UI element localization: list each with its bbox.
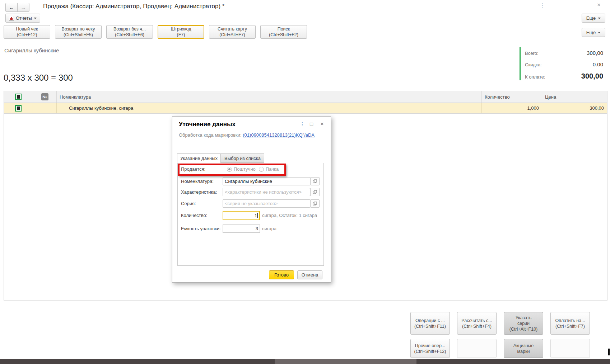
button-label: серии [517, 321, 530, 326]
search-button[interactable]: Поиск (Ctrl+Shift+F2) [260, 25, 307, 39]
button-shortcut: (Ctrl+Shift+F4) [462, 323, 492, 329]
annotation-red-box [178, 164, 286, 176]
button-label: Рассчитать с... [461, 318, 492, 323]
button-label: Акцизные [513, 343, 534, 349]
chevron-down-icon [34, 18, 37, 19]
table-row[interactable]: Сигариллы кубинские, сигара 1,000 300,00 [4, 103, 607, 114]
operations-with-button[interactable]: Операции с ... (Ctrl+Shift+F11) [410, 312, 450, 335]
row-number-cell [33, 103, 57, 113]
due-value: 300,00 [581, 72, 603, 80]
taskbar-segment [275, 359, 416, 364]
row-marking-cell [4, 103, 33, 113]
back-button[interactable]: ← [5, 3, 18, 12]
barcode-button[interactable]: Штрихкод (F7) [158, 25, 204, 39]
window-close-icon[interactable]: × [597, 1, 601, 9]
total-value: 300,00 [587, 50, 603, 56]
pack-capacity-field[interactable]: 3 [223, 224, 260, 233]
characteristic-picker-button[interactable] [310, 188, 320, 196]
quantity-units-hint: сигара, Остаток: 1 сигара [262, 213, 317, 218]
button-shortcut: (Ctrl+Shift+F11) [414, 323, 446, 329]
reports-button-label: Отчеты [16, 15, 32, 21]
price-column-header[interactable]: Цена [542, 91, 607, 103]
tab-choose-from-list[interactable]: Выбор из списка [221, 153, 264, 163]
dialog-more-icon[interactable]: ⋮ [300, 121, 305, 127]
row-nomenclature-cell: Сигариллы кубинские, сигара [57, 103, 482, 113]
nomenclature-picker-button[interactable] [310, 177, 320, 185]
reports-icon [9, 16, 14, 21]
other-operations-button[interactable]: Прочие опер... (Ctrl+Shift+F12) [410, 339, 450, 358]
quantity-column-header[interactable]: Количество [482, 91, 542, 103]
button-label: марки [517, 349, 530, 354]
return-by-receipt-button[interactable]: Возврат по чеку (Ctrl+Shift+F5) [55, 25, 102, 39]
excise-stamps-button[interactable]: Акцизные марки [504, 339, 543, 358]
button-label: Операции с ... [415, 318, 445, 323]
forward-button[interactable]: → [17, 3, 29, 12]
button-label: Указать [516, 315, 532, 321]
return-without-receipt-button[interactable]: Возврат без ч... (Ctrl+Shift+F6) [106, 25, 153, 39]
row-price-cell: 300,00 [542, 103, 607, 113]
window-more-icon[interactable]: ⋮ [540, 2, 545, 9]
marking-code-link[interactable]: (01)09008541328813(21)KQ"/aDA [243, 132, 315, 138]
nomenclature-label: Номенклатура: [181, 179, 214, 184]
button-shortcut: (Ctrl+Shift+F2) [269, 32, 298, 38]
due-label: К оплате: [525, 74, 545, 80]
new-receipt-button[interactable]: Новый чек (Ctrl+F12) [4, 25, 50, 39]
data-clarification-dialog: Уточнение данных ⋮ □ × Обработка кода ма… [172, 116, 331, 283]
pos-sale-window: ← → Продажа (Кассир: Администратор, Прод… [0, 0, 610, 364]
cancel-button[interactable]: Отмена [297, 270, 322, 279]
more-button-top[interactable]: Еще [582, 14, 605, 23]
calculate-button[interactable]: Рассчитать с... (Ctrl+Shift+F4) [457, 312, 497, 335]
quantity-value: 1 [255, 213, 257, 218]
button-label: Прочие опер... [415, 343, 446, 349]
number-badge: № [41, 93, 48, 100]
button-shortcut: (Ctrl+Shift+F5) [64, 32, 93, 38]
chevron-down-icon [598, 32, 601, 33]
open-icon [313, 202, 317, 206]
reports-button[interactable]: Отчеты [5, 14, 40, 23]
read-card-button[interactable]: Считать карту (Ctrl+Alt+F7) [209, 25, 256, 39]
dialog-title: Уточнение данных [179, 121, 236, 128]
button-label: Возврат по чеку [62, 26, 95, 32]
pay-button[interactable]: Оплатить на... (Ctrl+Shift+F7) [550, 312, 590, 335]
discount-value: 0.00 [593, 61, 603, 67]
nomenclature-field[interactable] [223, 177, 310, 185]
button-label: Возврат без ч... [113, 26, 146, 32]
characteristic-field[interactable] [223, 188, 310, 196]
discount-label: Скидка: [525, 62, 542, 67]
more-button-toolbar[interactable]: Еще [582, 28, 605, 37]
button-label: Штрихкод [171, 26, 191, 32]
number-column-header[interactable]: № [33, 91, 57, 103]
done-button[interactable]: Готово [269, 270, 294, 279]
history-nav: ← → [5, 3, 29, 12]
specify-series-button[interactable]: Указать серии (Ctrl+Alt+F10) [504, 312, 543, 335]
button-shortcut: (F7) [177, 32, 185, 38]
pack-capacity-value: 3 [256, 226, 258, 231]
nomenclature-column-header[interactable]: Номенклатура [57, 91, 482, 103]
text-cursor [257, 213, 258, 218]
screen-artifact [608, 349, 610, 355]
dialog-maximize-icon[interactable]: □ [310, 121, 313, 127]
totals-panel: Всего: 300,00 Скидка: 0.00 К оплате: 300… [520, 47, 603, 80]
button-shortcut: (Ctrl+Alt+F10) [509, 326, 538, 332]
quantity-field[interactable]: 1 [223, 211, 260, 220]
marking-icon [15, 94, 22, 100]
open-icon [313, 179, 317, 184]
button-shortcut: (Ctrl+F12) [17, 32, 37, 38]
characteristic-label: Характеристика: [181, 189, 217, 195]
dialog-close-icon[interactable]: × [320, 120, 324, 128]
series-picker-button[interactable] [310, 199, 320, 208]
empty-action-button[interactable] [550, 339, 590, 358]
button-shortcut: (Ctrl+Shift+F6) [115, 32, 144, 38]
total-label: Всего: [525, 51, 539, 56]
series-field[interactable] [223, 199, 310, 208]
empty-action-button[interactable] [457, 339, 497, 358]
quantity-label: Количество: [181, 213, 207, 218]
more-button-label: Еще [586, 15, 596, 21]
tab-data-entry[interactable]: Указание данных [177, 153, 221, 163]
marking-column-header[interactable] [4, 91, 33, 103]
button-label: Считать карту [218, 26, 247, 32]
open-icon [313, 190, 317, 194]
button-shortcut: (Ctrl+Shift+F7) [555, 323, 585, 329]
chevron-down-icon [598, 18, 601, 19]
row-quantity-cell: 1,000 [482, 103, 542, 113]
